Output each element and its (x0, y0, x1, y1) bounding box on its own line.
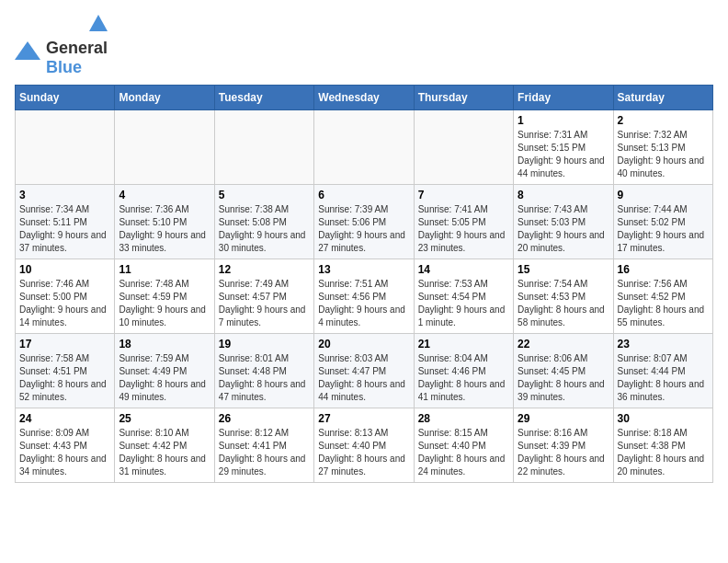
calendar-cell: 30Sunrise: 8:18 AM Sunset: 4:38 PM Dayli… (613, 408, 712, 483)
day-number: 19 (219, 338, 310, 350)
calendar-cell: 26Sunrise: 8:12 AM Sunset: 4:41 PM Dayli… (214, 408, 313, 483)
calendar-cell: 20Sunrise: 8:03 AM Sunset: 4:47 PM Dayli… (314, 334, 414, 408)
day-info: Sunrise: 7:56 AM Sunset: 4:52 PM Dayligh… (618, 278, 709, 329)
calendar-cell (414, 110, 513, 185)
day-info: Sunrise: 7:41 AM Sunset: 5:05 PM Dayligh… (418, 203, 509, 255)
day-number: 24 (19, 412, 110, 425)
calendar-cell: 23Sunrise: 8:07 AM Sunset: 4:44 PM Dayli… (613, 334, 712, 408)
day-info: Sunrise: 7:49 AM Sunset: 4:57 PM Dayligh… (219, 278, 310, 329)
day-info: Sunrise: 7:38 AM Sunset: 5:08 PM Dayligh… (219, 203, 310, 255)
logo-svg (15, 41, 40, 75)
day-number: 8 (518, 189, 609, 201)
calendar-header-row: SundayMondayTuesdayWednesdayThursdayFrid… (16, 86, 713, 110)
calendar-cell: 1Sunrise: 7:31 AM Sunset: 5:15 PM Daylig… (514, 110, 613, 185)
calendar-cell: 10Sunrise: 7:46 AM Sunset: 5:00 PM Dayli… (16, 259, 115, 334)
page-header: General Blue (15, 15, 713, 77)
day-number: 22 (518, 338, 609, 350)
calendar-cell: 3Sunrise: 7:34 AM Sunset: 5:11 PM Daylig… (16, 185, 115, 259)
day-info: Sunrise: 8:15 AM Sunset: 4:40 PM Dayligh… (418, 427, 509, 478)
day-info: Sunrise: 8:04 AM Sunset: 4:46 PM Dayligh… (418, 352, 509, 404)
day-number: 28 (418, 412, 509, 425)
calendar-cell: 27Sunrise: 8:13 AM Sunset: 4:40 PM Dayli… (314, 408, 414, 483)
calendar-cell: 21Sunrise: 8:04 AM Sunset: 4:46 PM Dayli… (414, 334, 513, 408)
calendar-cell: 16Sunrise: 7:56 AM Sunset: 4:52 PM Dayli… (613, 259, 712, 334)
day-number: 12 (219, 263, 310, 276)
day-number: 11 (119, 263, 210, 276)
calendar-cell: 17Sunrise: 7:58 AM Sunset: 4:51 PM Dayli… (16, 334, 115, 408)
day-info: Sunrise: 7:44 AM Sunset: 5:02 PM Dayligh… (618, 203, 709, 255)
weekday-header-monday: Monday (115, 86, 214, 110)
calendar-cell: 9Sunrise: 7:44 AM Sunset: 5:02 PM Daylig… (613, 185, 712, 259)
day-info: Sunrise: 7:32 AM Sunset: 5:13 PM Dayligh… (618, 129, 709, 180)
day-number: 2 (618, 114, 709, 127)
logo-general: General (46, 39, 108, 58)
logo-blue: Blue (46, 58, 108, 77)
calendar-cell: 25Sunrise: 8:10 AM Sunset: 4:42 PM Dayli… (115, 408, 214, 483)
day-info: Sunrise: 8:13 AM Sunset: 4:40 PM Dayligh… (318, 427, 409, 478)
day-info: Sunrise: 7:31 AM Sunset: 5:15 PM Dayligh… (518, 129, 609, 180)
calendar-cell: 6Sunrise: 7:39 AM Sunset: 5:06 PM Daylig… (314, 185, 414, 259)
day-info: Sunrise: 8:18 AM Sunset: 4:38 PM Dayligh… (618, 427, 709, 478)
calendar-week-2: 10Sunrise: 7:46 AM Sunset: 5:00 PM Dayli… (16, 259, 713, 334)
weekday-header-sunday: Sunday (16, 86, 115, 110)
day-info: Sunrise: 8:10 AM Sunset: 4:42 PM Dayligh… (119, 427, 210, 478)
day-info: Sunrise: 7:43 AM Sunset: 5:03 PM Dayligh… (518, 203, 609, 255)
day-info: Sunrise: 7:53 AM Sunset: 4:54 PM Dayligh… (418, 278, 509, 329)
day-info: Sunrise: 7:34 AM Sunset: 5:11 PM Dayligh… (19, 203, 110, 255)
day-number: 1 (518, 114, 609, 127)
day-number: 21 (418, 338, 509, 350)
day-info: Sunrise: 7:39 AM Sunset: 5:06 PM Dayligh… (318, 203, 409, 255)
day-number: 27 (318, 412, 409, 425)
day-number: 13 (318, 263, 409, 276)
calendar-cell (115, 110, 214, 185)
calendar-cell: 2Sunrise: 7:32 AM Sunset: 5:13 PM Daylig… (613, 110, 712, 185)
calendar-cell: 12Sunrise: 7:49 AM Sunset: 4:57 PM Dayli… (214, 259, 313, 334)
day-number: 9 (618, 189, 709, 201)
weekday-header-wednesday: Wednesday (314, 86, 414, 110)
weekday-header-thursday: Thursday (414, 86, 513, 110)
day-info: Sunrise: 8:07 AM Sunset: 4:44 PM Dayligh… (618, 352, 709, 404)
weekday-header-friday: Friday (514, 86, 613, 110)
calendar-cell: 22Sunrise: 8:06 AM Sunset: 4:45 PM Dayli… (514, 334, 613, 408)
day-number: 14 (418, 263, 509, 276)
calendar-cell: 18Sunrise: 7:59 AM Sunset: 4:49 PM Dayli… (115, 334, 214, 408)
day-number: 16 (618, 263, 709, 276)
calendar-cell: 29Sunrise: 8:16 AM Sunset: 4:39 PM Dayli… (514, 408, 613, 483)
calendar-week-1: 3Sunrise: 7:34 AM Sunset: 5:11 PM Daylig… (16, 185, 713, 259)
calendar-cell: 28Sunrise: 8:15 AM Sunset: 4:40 PM Dayli… (414, 408, 513, 483)
calendar-cell (214, 110, 313, 185)
day-number: 7 (418, 189, 509, 201)
svg-marker-0 (15, 41, 40, 60)
logo: General Blue (15, 15, 108, 77)
calendar-cell: 15Sunrise: 7:54 AM Sunset: 4:53 PM Dayli… (514, 259, 613, 334)
day-number: 29 (518, 412, 609, 425)
calendar-cell: 14Sunrise: 7:53 AM Sunset: 4:54 PM Dayli… (414, 259, 513, 334)
day-number: 4 (119, 189, 210, 201)
day-info: Sunrise: 8:09 AM Sunset: 4:43 PM Dayligh… (19, 427, 110, 478)
day-info: Sunrise: 8:03 AM Sunset: 4:47 PM Dayligh… (318, 352, 409, 404)
calendar-week-4: 24Sunrise: 8:09 AM Sunset: 4:43 PM Dayli… (16, 408, 713, 483)
day-info: Sunrise: 8:06 AM Sunset: 4:45 PM Dayligh… (518, 352, 609, 404)
day-number: 17 (19, 338, 110, 350)
day-info: Sunrise: 7:58 AM Sunset: 4:51 PM Dayligh… (19, 352, 110, 404)
weekday-header-tuesday: Tuesday (214, 86, 313, 110)
day-info: Sunrise: 7:59 AM Sunset: 4:49 PM Dayligh… (119, 352, 210, 404)
day-info: Sunrise: 8:16 AM Sunset: 4:39 PM Dayligh… (518, 427, 609, 478)
weekday-header-saturday: Saturday (613, 86, 712, 110)
day-info: Sunrise: 7:54 AM Sunset: 4:53 PM Dayligh… (518, 278, 609, 329)
day-number: 3 (19, 189, 110, 201)
day-number: 15 (518, 263, 609, 276)
day-info: Sunrise: 8:01 AM Sunset: 4:48 PM Dayligh… (219, 352, 310, 404)
day-number: 25 (119, 412, 210, 425)
calendar-week-0: 1Sunrise: 7:31 AM Sunset: 5:15 PM Daylig… (16, 110, 713, 185)
calendar-cell (314, 110, 414, 185)
calendar-cell: 19Sunrise: 8:01 AM Sunset: 4:48 PM Dayli… (214, 334, 313, 408)
day-number: 18 (119, 338, 210, 350)
day-info: Sunrise: 7:36 AM Sunset: 5:10 PM Dayligh… (119, 203, 210, 255)
calendar-cell: 4Sunrise: 7:36 AM Sunset: 5:10 PM Daylig… (115, 185, 214, 259)
day-number: 6 (318, 189, 409, 201)
day-info: Sunrise: 7:48 AM Sunset: 4:59 PM Dayligh… (119, 278, 210, 329)
day-number: 23 (618, 338, 709, 350)
day-number: 30 (618, 412, 709, 425)
calendar-cell: 11Sunrise: 7:48 AM Sunset: 4:59 PM Dayli… (115, 259, 214, 334)
